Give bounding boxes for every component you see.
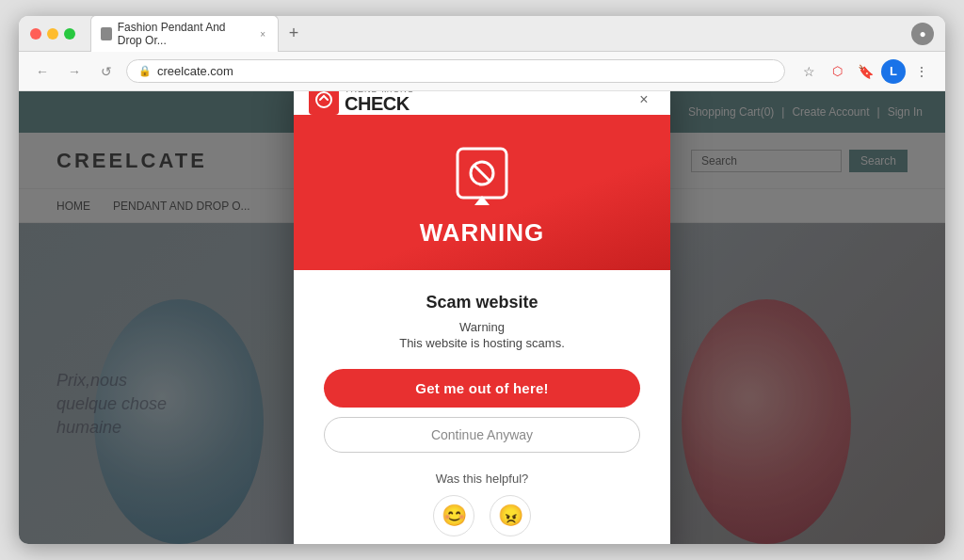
close-dot[interactable] (30, 28, 41, 40)
star-button[interactable]: ☆ (796, 59, 821, 84)
warning-shield-icon (448, 141, 516, 209)
thumbs-down-button[interactable]: 😠 (490, 495, 531, 536)
continue-anyway-button[interactable]: Continue Anyway (324, 417, 640, 453)
more-button[interactable]: ⋮ (909, 59, 934, 84)
warning-title: WARNING (420, 218, 545, 248)
lock-icon: 🔒 (138, 65, 152, 77)
tab-favicon (101, 27, 112, 40)
traffic-lights (30, 28, 75, 40)
nav-actions: ☆ ⬡ 🔖 L ⋮ (796, 59, 934, 84)
tab-close-btn[interactable]: × (257, 27, 268, 40)
forward-button[interactable]: → (62, 59, 87, 84)
minimize-dot[interactable] (47, 28, 58, 40)
warning-description: This website is hosting scams. (324, 336, 640, 350)
bookmark-button[interactable]: 🔖 (853, 59, 877, 84)
browser-window: Fashion Pendant And Drop Or... × + ● ← →… (19, 16, 945, 544)
nav-bar: ← → ↺ 🔒 creelcate.com ☆ ⬡ 🔖 L ⋮ (19, 52, 945, 91)
maximize-dot[interactable] (64, 28, 75, 40)
svg-line-3 (474, 166, 490, 181)
warning-modal: TREND MICRO CHECK × WARNING (294, 91, 670, 544)
warning-banner: WARNING (294, 115, 670, 270)
url-text: creelcate.com (157, 64, 233, 78)
refresh-button[interactable]: ↺ (94, 59, 119, 84)
scam-heading: Scam website (324, 293, 640, 312)
thumbs-up-button[interactable]: 😊 (433, 495, 474, 536)
new-tab-button[interactable]: + (282, 23, 305, 45)
warning-label: Warning (324, 320, 640, 334)
page-content: Shopping Cart(0) | Create Account | Sign… (19, 91, 945, 544)
profile-button[interactable]: L (881, 59, 906, 84)
helpful-title: Was this helpful? (324, 472, 640, 486)
brand-check: CHECK (345, 94, 415, 113)
address-bar[interactable]: 🔒 creelcate.com (126, 59, 785, 83)
modal-body: Scam website Warning This website is hos… (294, 270, 670, 545)
tm-svg (314, 91, 333, 109)
back-button[interactable]: ← (30, 59, 55, 84)
modal-close-button[interactable]: × (633, 91, 655, 111)
modal-overlay: TREND MICRO CHECK × WARNING (19, 91, 945, 544)
helpful-section: Was this helpful? 😊 😠 (324, 472, 640, 536)
tm-text: TREND MICRO CHECK (345, 91, 415, 113)
tab-bar: Fashion Pendant And Drop Or... × + (90, 16, 904, 52)
title-bar: Fashion Pendant And Drop Or... × + ● (19, 16, 945, 52)
svg-point-0 (316, 92, 331, 107)
helpful-buttons: 😊 😠 (324, 495, 640, 536)
escape-button[interactable]: Get me out of here! (324, 369, 640, 408)
tm-icon (309, 91, 339, 115)
active-tab[interactable]: Fashion Pendant And Drop Or... × (90, 16, 279, 52)
window-control: ● (911, 23, 934, 45)
tab-title: Fashion Pendant And Drop Or... (118, 21, 252, 47)
trend-micro-logo: TREND MICRO CHECK (309, 91, 415, 115)
modal-header: TREND MICRO CHECK × (294, 91, 670, 115)
extensions-button[interactable]: ⬡ (825, 59, 849, 84)
